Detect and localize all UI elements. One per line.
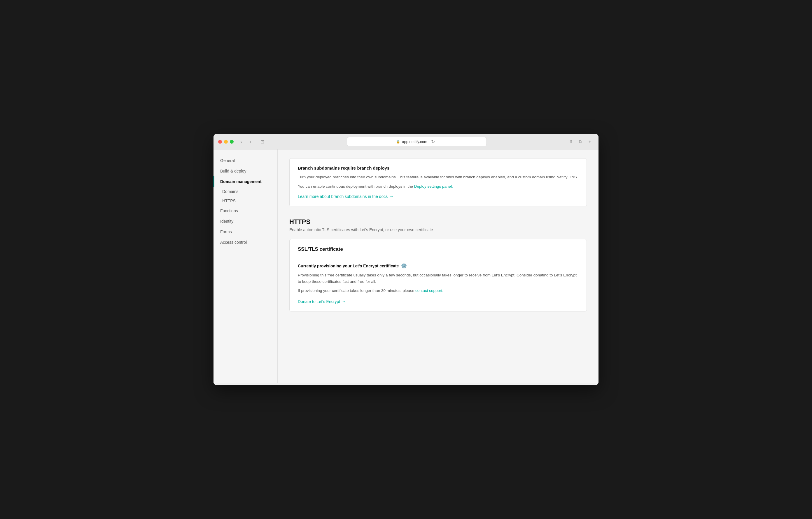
https-title: HTTPS [289,218,587,226]
back-button[interactable]: ‹ [237,137,245,146]
sidebar-item-build-deploy[interactable]: Build & deploy [213,166,278,176]
deploy-settings-link[interactable]: Deploy settings panel. [414,184,453,189]
sidebar: General Build & deploy Domain management… [213,149,278,383]
donate-link[interactable]: Donate to Let's Encrypt → [298,299,346,304]
sidebar-subitem-domains[interactable]: Domains [213,187,278,196]
ssl-card: SSL/TLS certificate Currently provisioni… [289,239,587,311]
new-tab-button[interactable]: + [586,137,594,146]
gear-emoji: ⚙️ [401,263,407,269]
branch-subdomains-card: Branch subdomains require branch deploys… [289,158,587,207]
browser-actions: ⬆ ⧉ + [567,137,594,146]
browser-content: General Build & deploy Domain management… [213,149,599,383]
duplicate-tab-button[interactable]: ⧉ [576,137,584,146]
ssl-card-title: SSL/TLS certificate [298,246,578,257]
share-button[interactable]: ⬆ [567,137,575,146]
maximize-button[interactable] [230,140,234,144]
provisioning-title: Currently provisioning your Let's Encryp… [298,263,578,269]
nav-buttons: ‹ › [237,137,255,146]
forward-button[interactable]: › [246,137,255,146]
branch-subdomains-para1: Turn your deployed branches into their o… [298,174,578,181]
sidebar-item-domain-management[interactable]: Domain management [213,176,278,187]
sidebar-item-identity[interactable]: Identity [213,216,278,226]
address-bar-wrapper: 🔒 app.netlify.com ↻ [270,137,563,146]
address-bar[interactable]: 🔒 app.netlify.com ↻ [347,137,487,146]
traffic-lights [218,140,234,144]
branch-subdomains-para2: You can enable continuous deployment wit… [298,183,578,190]
minimize-button[interactable] [224,140,228,144]
ssl-para1: Provisioning this free certificate usual… [298,272,578,284]
url-text: app.netlify.com [402,139,427,144]
close-button[interactable] [218,140,222,144]
browser-chrome: ‹ › ⊡ 🔒 app.netlify.com ↻ ⬆ ⧉ + [213,134,599,149]
https-subtitle: Enable automatic TLS certificates with L… [289,227,587,232]
browser-window: ‹ › ⊡ 🔒 app.netlify.com ↻ ⬆ ⧉ + General … [213,134,599,385]
ssl-para2: If provisioning your certificate takes l… [298,288,578,294]
sidebar-item-general[interactable]: General [213,155,278,166]
sidebar-item-forms[interactable]: Forms [213,226,278,237]
branch-subdomains-title: Branch subdomains require branch deploys [298,165,578,170]
https-section: HTTPS Enable automatic TLS certificates … [289,218,587,311]
sidebar-item-functions[interactable]: Functions [213,206,278,216]
sidebar-subitem-https[interactable]: HTTPS [213,196,278,206]
contact-support-link[interactable]: contact support. [415,289,443,293]
sidebar-item-access-control[interactable]: Access control [213,237,278,248]
sidebar-toggle-button[interactable]: ⊡ [258,137,266,146]
lock-icon: 🔒 [396,140,400,144]
reload-button[interactable]: ↻ [429,137,437,146]
learn-more-link[interactable]: Learn more about branch subdomains in th… [298,194,394,199]
main-content: Branch subdomains require branch deploys… [278,149,599,383]
